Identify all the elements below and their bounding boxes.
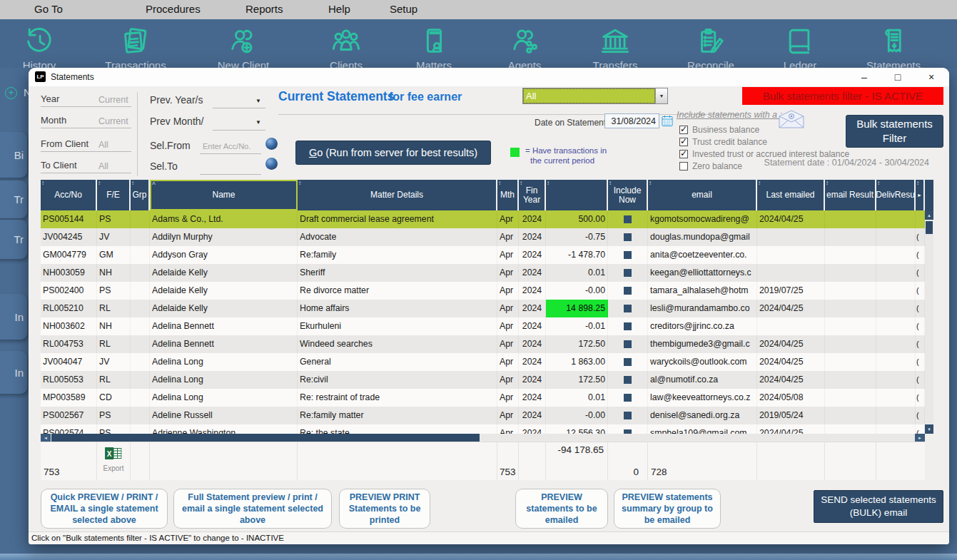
include-now-toggle[interactable] (608, 389, 648, 407)
col-header-fin-year[interactable]: Fin Year (519, 180, 546, 210)
checkbox-icon[interactable] (679, 126, 688, 134)
year-value[interactable]: Current (98, 95, 128, 105)
prev-month-combo[interactable] (213, 130, 265, 131)
sel-from-input[interactable]: Enter Acc/No. (203, 142, 250, 151)
toolbar-item-ledger[interactable]: Ledger (761, 25, 839, 68)
filter-checkbox[interactable]: Trust credit balance (679, 137, 767, 147)
toolbar-item-matters[interactable]: Matters (395, 25, 473, 68)
sel-to-underline[interactable] (200, 174, 261, 175)
filter-checkbox[interactable]: Zero balance (679, 161, 742, 171)
toolbar-item-history[interactable]: History (0, 25, 79, 68)
menu-item-help[interactable]: Help (328, 3, 350, 15)
maximize-button[interactable]: □ (886, 69, 909, 85)
to-client-underline[interactable] (41, 173, 131, 173)
col-header-fe[interactable]: F/E (97, 180, 131, 210)
side-button-tr1[interactable]: Tr (0, 180, 27, 218)
col-header-name[interactable]: Name (150, 180, 298, 210)
toolbar-item-new-client[interactable]: New Client (204, 25, 283, 68)
fee-earner-select[interactable]: All ▼ (522, 88, 668, 104)
include-now-toggle[interactable] (608, 264, 648, 282)
col-header-balance[interactable] (546, 180, 608, 210)
checkbox-icon[interactable] (679, 138, 688, 146)
add-icon[interactable]: + (5, 87, 17, 99)
vertical-scroll-thumb[interactable] (926, 221, 933, 234)
table-row[interactable]: NH003059 NH Adelaide Kelly Sheriff Apr 2… (41, 264, 925, 282)
include-now-toggle[interactable] (608, 300, 648, 317)
table-row[interactable]: JV004047 JV Adelina Long General Apr 202… (41, 353, 925, 371)
table-row[interactable]: GM004779 GM Addyson Gray Re:family Apr 2… (41, 246, 925, 264)
menu-item-procedures[interactable]: Procedures (146, 3, 201, 15)
scroll-down-icon[interactable]: ▼ (925, 424, 933, 434)
include-now-toggle[interactable] (608, 407, 648, 424)
col-header-grp[interactable]: Grp (131, 180, 150, 210)
year-field-underline[interactable] (41, 106, 131, 107)
col-header-accno[interactable]: Acc/No (41, 180, 97, 210)
go-run-button[interactable]: Go (Run from server for best results) (295, 141, 491, 165)
export-to-excel-button[interactable]: X Export (103, 446, 124, 472)
toolbar-item-statements[interactable]: Statements (854, 25, 933, 68)
include-now-toggle[interactable] (608, 210, 648, 228)
preview-summary-by-group-button[interactable]: PREVIEW statements summary by group to b… (614, 489, 721, 529)
quick-preview-print-email-button[interactable]: Quick PREVIEW / PRINT / EMAIL a single s… (41, 489, 168, 529)
vertical-scrollbar[interactable]: ▲ ▼ (925, 210, 933, 434)
toolbar-item-clients[interactable]: Clients (307, 25, 385, 68)
scroll-left-icon[interactable]: ◄ (41, 434, 51, 442)
table-row[interactable]: RL005210 RL Adelaide Kelly Home affairs … (41, 300, 925, 317)
scroll-right-icon[interactable]: ► (915, 434, 925, 442)
date-on-statement-field[interactable]: 31/08/2024 (604, 113, 659, 128)
menu-item-goto[interactable]: Go To (34, 3, 63, 15)
prev-month-dropdown-arrow[interactable]: ▼ (255, 119, 261, 126)
toolbar-item-transactions[interactable]: Transactions (96, 25, 175, 68)
col-header-include-now[interactable]: Include Now (608, 180, 648, 210)
sel-from-underline[interactable] (200, 153, 261, 154)
col-header-email-result[interactable]: email Result (825, 180, 876, 210)
table-row[interactable]: MP003589 CD Adelina Long Re: restraint o… (41, 389, 925, 407)
menu-item-reports[interactable]: Reports (245, 3, 283, 15)
table-row[interactable]: PS002574 PS Adrienne Washington Re: the … (41, 424, 925, 434)
col-header-last-emailed[interactable]: Last emailed (757, 180, 825, 210)
sel-to-lookup-icon[interactable] (265, 158, 278, 170)
month-field-underline[interactable] (41, 128, 131, 128)
side-button-bi[interactable]: Bi (0, 132, 27, 178)
full-statement-preview-button[interactable]: Full Statement preview / print / email a… (173, 489, 332, 529)
from-client-value[interactable]: All (98, 140, 108, 150)
minimize-button[interactable]: – (853, 69, 876, 85)
col-header-sdelivresult[interactable]: sDelivResult (876, 180, 916, 210)
table-row[interactable]: PS005144 PS Adams & Co., Ltd. Draft comm… (41, 210, 925, 228)
table-row[interactable]: NH003602 NH Adelina Bennett Ekurhuleni A… (41, 317, 925, 335)
col-header-mth[interactable]: Mth (497, 180, 519, 210)
preview-print-statements-button[interactable]: PREVIEW PRINT Statements to be printed (339, 489, 430, 529)
checkbox-icon[interactable] (679, 162, 688, 170)
preview-statements-emailed-button[interactable]: PREVIEW statements to be emailed (515, 489, 608, 529)
toolbar-item-transfers[interactable]: Transfers (576, 25, 654, 68)
sel-from-lookup-icon[interactable] (265, 138, 278, 150)
col-header-arrow-icon[interactable]: ► (916, 180, 925, 210)
include-now-toggle[interactable] (608, 335, 648, 353)
checkbox-icon[interactable] (679, 150, 688, 158)
side-button-tr2[interactable]: Tr (0, 220, 27, 259)
side-button-in1[interactable]: In (0, 294, 27, 340)
bulk-statements-filter-button[interactable]: Bulk statements Filter (846, 115, 943, 148)
include-now-toggle[interactable] (608, 371, 648, 389)
table-row[interactable]: JV004245 JV Addilyn Murphy Advocate Apr … (41, 228, 925, 246)
include-now-toggle[interactable] (608, 282, 648, 300)
from-client-underline[interactable] (41, 151, 131, 152)
menu-item-setup[interactable]: Setup (390, 3, 417, 15)
table-row[interactable]: PS002400 PS Adelaide Kelly Re divorce ma… (41, 282, 925, 300)
include-now-toggle[interactable] (608, 317, 648, 335)
toolbar-item-reconcile[interactable]: Reconcile (672, 25, 750, 68)
to-client-value[interactable]: All (98, 161, 108, 171)
filter-checkbox[interactable]: Business balance (679, 125, 759, 135)
bulk-filter-status-banner[interactable]: Bulk statements filter - IS ACTIVE (742, 87, 943, 105)
horizontal-scrollbar[interactable]: ◄ ► (41, 434, 925, 442)
table-row[interactable]: PS002567 PS Adeline Russell Re:family ma… (41, 407, 925, 424)
calendar-icon[interactable] (662, 115, 673, 127)
col-header-email[interactable]: email (648, 180, 757, 210)
side-button-in2[interactable]: In (0, 351, 27, 394)
table-row[interactable]: RL005053 RL Adelina Long Re:civil Apr 20… (41, 371, 925, 389)
horizontal-scroll-thumb[interactable] (51, 434, 480, 442)
include-now-toggle[interactable] (608, 424, 648, 434)
table-row[interactable]: RL004753 RL Adelina Bennett Windeed sear… (41, 335, 925, 353)
close-button[interactable]: × (920, 69, 943, 85)
prev-years-combo[interactable] (213, 108, 265, 108)
